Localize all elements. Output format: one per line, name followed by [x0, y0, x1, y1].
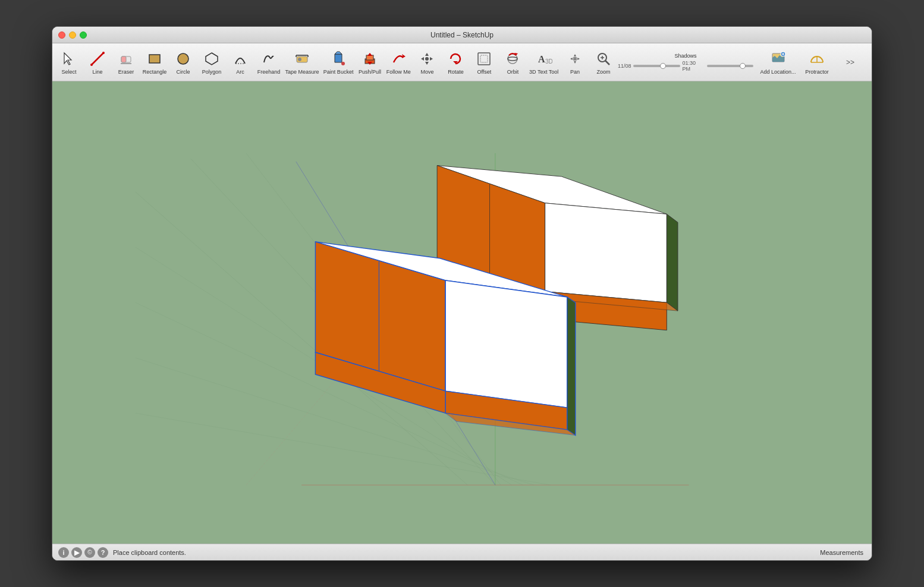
svg-text:3D: 3D: [545, 58, 552, 65]
time-slider[interactable]: [707, 65, 753, 67]
svg-rect-35: [573, 57, 577, 61]
date-slider[interactable]: [633, 65, 680, 67]
svg-marker-25: [430, 57, 433, 61]
tool-freehand[interactable]: Freehand: [254, 46, 283, 79]
tool-line-label: Line: [92, 69, 102, 75]
tool-3d-text[interactable]: A 3D 3D Text Tool: [527, 46, 561, 79]
push-pull-icon: [360, 49, 379, 68]
tool-paint-bucket[interactable]: Paint Bucket: [321, 46, 356, 79]
tool-arc[interactable]: Arc: [226, 46, 254, 79]
help-icon[interactable]: ?: [98, 547, 108, 558]
svg-marker-23: [425, 62, 429, 65]
svg-point-3: [102, 52, 105, 54]
shadows-slider-row: 11/08 01:30 PM: [618, 60, 753, 72]
svg-marker-0: [64, 53, 71, 65]
offset-icon: [474, 49, 494, 68]
svg-point-8: [178, 53, 188, 64]
add-location-label: Add Location...: [760, 69, 796, 75]
tool-move-label: Move: [420, 69, 433, 75]
svg-point-12: [298, 58, 301, 61]
tool-eraser[interactable]: Eraser: [112, 46, 140, 79]
tool-circle-label: Circle: [176, 69, 190, 75]
tool-circle[interactable]: Circle: [169, 46, 197, 79]
tool-line[interactable]: Line: [83, 46, 112, 79]
protractor-icon: [807, 49, 826, 68]
add-location-icon: [769, 49, 788, 68]
orbit-icon: [503, 49, 522, 68]
tool-select-label: Select: [61, 69, 76, 75]
svg-marker-19: [367, 53, 372, 56]
toolbar-more[interactable]: >>: [836, 46, 865, 79]
time-display: 01:30 PM: [683, 60, 705, 72]
status-icons: i ▶ © ?: [58, 547, 108, 558]
eraser-icon: [117, 49, 136, 68]
tool-polygon[interactable]: Polygon: [197, 46, 226, 79]
tool-polygon-label: Polygon: [202, 69, 222, 75]
arc-icon: [231, 49, 250, 68]
close-button[interactable]: [58, 31, 65, 39]
shadows-control: Shadows 11/08 01:30 PM: [618, 53, 753, 72]
toolbar-right: Shadows 11/08 01:30 PM: [618, 46, 869, 79]
svg-line-37: [605, 61, 609, 65]
svg-marker-24: [421, 57, 424, 61]
tool-paint-bucket-label: Paint Bucket: [323, 69, 354, 75]
svg-point-26: [425, 57, 429, 61]
svg-text:A: A: [538, 54, 545, 64]
move-icon: [417, 49, 436, 68]
maximize-button[interactable]: [80, 31, 87, 39]
tool-zoom[interactable]: Zoom: [589, 46, 618, 79]
line-icon: [88, 49, 107, 68]
info-icon-2[interactable]: ▶: [71, 547, 82, 558]
status-text: Place clipboard contents.: [113, 549, 186, 556]
tool-select[interactable]: Select: [55, 46, 83, 79]
tool-tape-measure[interactable]: Tape Measure: [283, 46, 321, 79]
svg-marker-63: [667, 214, 678, 311]
sketchup-window: Untitled – SketchUp Select Line: [52, 26, 872, 561]
info-icon-3[interactable]: ©: [84, 547, 95, 558]
tool-follow-me[interactable]: Follow Me: [384, 46, 413, 79]
3d-text-icon: A 3D: [535, 49, 554, 68]
tape-measure-icon: [293, 49, 312, 68]
tool-protractor[interactable]: Protractor: [803, 46, 831, 79]
tool-3d-text-label: 3D Text Tool: [529, 69, 558, 75]
traffic-lights: [58, 31, 87, 39]
tool-rotate[interactable]: Rotate: [441, 46, 470, 79]
tool-zoom-label: Zoom: [596, 69, 610, 75]
svg-marker-22: [425, 53, 429, 56]
tool-tape-measure-label: Tape Measure: [285, 69, 319, 75]
svg-rect-28: [478, 53, 490, 65]
freehand-icon: [259, 49, 278, 68]
svg-point-31: [508, 57, 517, 61]
rectangle-icon: [145, 49, 164, 68]
svg-marker-9: [206, 53, 218, 65]
canvas-area[interactable]: [52, 81, 872, 544]
title-bar: Untitled – SketchUp: [52, 27, 872, 43]
window-title: Untitled – SketchUp: [430, 31, 494, 39]
tool-move[interactable]: Move: [413, 46, 441, 79]
shadows-label: Shadows: [675, 53, 697, 59]
tool-add-location[interactable]: Add Location...: [758, 46, 798, 79]
tool-rotate-label: Rotate: [448, 69, 464, 75]
tool-freehand-label: Freehand: [257, 69, 281, 75]
date-slider-thumb: [660, 63, 666, 69]
svg-rect-7: [149, 55, 160, 63]
more-icon: >>: [846, 58, 854, 67]
tool-eraser-label: Eraser: [118, 69, 134, 75]
follow-me-icon: [389, 49, 408, 68]
tool-push-pull[interactable]: Push/Pull: [356, 46, 384, 79]
tool-offset-label: Offset: [477, 69, 492, 75]
svg-rect-5: [121, 56, 126, 62]
tool-follow-me-label: Follow Me: [386, 69, 411, 75]
info-icon-1[interactable]: i: [58, 547, 69, 558]
svg-point-2: [90, 64, 93, 66]
toolbar: Select Line Eraser: [52, 43, 872, 81]
measurements-label: Measurements: [820, 549, 866, 556]
tool-rectangle[interactable]: Rectangle: [140, 46, 169, 79]
svg-rect-29: [480, 55, 488, 62]
tool-pan[interactable]: Pan: [561, 46, 589, 79]
tool-orbit[interactable]: Orbit: [498, 46, 527, 79]
protractor-label: Protractor: [805, 69, 829, 75]
minimize-button[interactable]: [69, 31, 76, 39]
tool-offset[interactable]: Offset: [470, 46, 498, 79]
tool-arc-label: Arc: [236, 69, 244, 75]
